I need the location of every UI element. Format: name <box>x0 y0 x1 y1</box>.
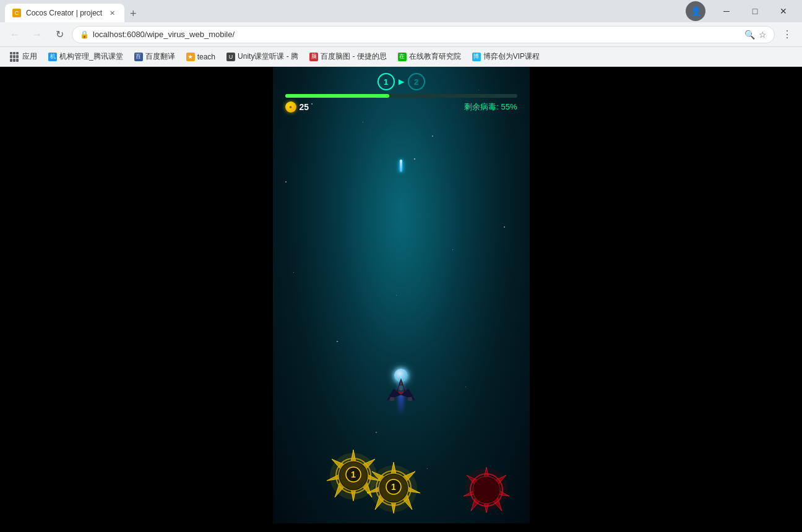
browser-tab[interactable]: C Cocos Creator | project ✕ <box>5 4 124 22</box>
bookmark-unity-label: Unity课堂听课 - 腾 <box>238 51 298 62</box>
bookmark-apps[interactable]: 应用 <box>5 49 42 64</box>
window-controls: ─ □ ✕ <box>713 0 797 22</box>
bookmark-star-icon[interactable]: ☆ <box>759 30 767 40</box>
reload-button[interactable]: ↻ <box>50 25 69 45</box>
search-icon: 🔍 <box>744 30 755 40</box>
profile-button[interactable]: 👤 <box>686 1 705 21</box>
bookmark-edu-label: 在线教育研究院 <box>409 51 461 62</box>
svg-point-6 <box>399 385 403 390</box>
back-button[interactable]: ← <box>5 25 25 45</box>
bookmark-icon-mindmap: 脑 <box>309 53 318 61</box>
bookmark-translate-label: 百度翻译 <box>145 51 175 62</box>
tab-area: C Cocos Creator | project ✕ + <box>5 0 686 22</box>
level-arrow-icon: ▶ <box>399 77 404 86</box>
bookmark-jigou-label: 机构管理_腾讯课堂 <box>59 51 123 62</box>
lock-icon: 🔒 <box>80 30 89 39</box>
level-1-badge: 1 <box>377 73 395 90</box>
chrome-window: C Cocos Creator | project ✕ + 👤 ─ □ ✕ ← … <box>0 0 802 532</box>
title-bar: C Cocos Creator | project ✕ + 👤 ─ □ ✕ <box>0 0 802 22</box>
game-hud: 1 ▶ 2 ● 25 剩余病毒: 55% <box>273 67 530 113</box>
level-2-badge: 2 <box>408 73 425 90</box>
stars-layer <box>273 67 530 523</box>
bookmark-unity[interactable]: U Unity课堂听课 - 腾 <box>222 49 303 64</box>
browser-menu-button[interactable]: ⋮ <box>777 25 797 45</box>
bookmark-baidu-translate[interactable]: 百 百度翻译 <box>129 49 180 64</box>
apps-grid-icon <box>10 52 20 62</box>
coin-icon: ● <box>285 101 296 113</box>
stats-row: ● 25 剩余病毒: 55% <box>285 101 517 113</box>
bookmark-icon-vip: 博 <box>472 53 481 61</box>
bookmark-edu[interactable]: 在 在线教育研究院 <box>393 49 466 64</box>
minimize-button[interactable]: ─ <box>713 0 740 22</box>
coin-count: 25 <box>300 102 309 112</box>
game-container: 1 ▶ 2 ● 25 剩余病毒: 55% <box>0 67 802 532</box>
bookmark-mindmap[interactable]: 脑 百度脑图 - 便捷的思 <box>304 49 392 64</box>
svg-rect-8 <box>408 397 412 401</box>
close-button[interactable]: ✕ <box>770 0 797 22</box>
level-row: 1 ▶ 2 <box>285 73 517 90</box>
bookmark-apps-label: 应用 <box>22 51 37 62</box>
bookmark-vip-label: 博弈创为VIP课程 <box>483 51 540 62</box>
virus-remain-text: 剩余病毒: 55% <box>464 101 517 113</box>
bookmark-icon-translate: 百 <box>134 53 143 61</box>
virus-enemy-3 <box>462 465 511 517</box>
bookmark-mindmap-label: 百度脑图 - 便捷的思 <box>321 51 387 62</box>
bullet-top <box>400 160 402 172</box>
progress-bar <box>285 94 517 98</box>
coin-display: ● 25 <box>285 101 309 113</box>
spaceship <box>384 376 418 408</box>
bookmark-icon-teach: ★ <box>186 53 195 61</box>
bookmark-vip[interactable]: 博 博弈创为VIP课程 <box>467 49 545 64</box>
svg-text:1: 1 <box>391 482 396 492</box>
tab-favicon: C <box>12 9 21 17</box>
new-tab-button[interactable]: + <box>124 5 142 22</box>
bookmark-jigou[interactable]: 机 机构管理_腾讯课堂 <box>43 49 128 64</box>
game-canvas[interactable]: 1 ▶ 2 ● 25 剩余病毒: 55% <box>273 67 530 523</box>
url-text: localhost:6080/wipe_virus_web_mobile/ <box>93 30 741 39</box>
svg-point-48 <box>474 478 499 502</box>
svg-text:1: 1 <box>351 470 356 479</box>
tab-title: Cocos Creator | project <box>26 9 102 17</box>
nav-bar: ← → ↻ 🔒 localhost:6080/wipe_virus_web_mo… <box>0 22 802 47</box>
close-tab-button[interactable]: ✕ <box>107 8 117 18</box>
maximize-button[interactable]: □ <box>741 0 769 22</box>
progress-fill <box>285 94 390 98</box>
svg-rect-7 <box>390 397 394 401</box>
bookmark-teach[interactable]: ★ teach <box>181 50 220 64</box>
bookmark-icon-jigou: 机 <box>48 53 57 61</box>
forward-button[interactable]: → <box>27 25 47 45</box>
bookmark-icon-edu: 在 <box>398 53 407 61</box>
profile-icon: 👤 <box>691 6 701 16</box>
virus-enemy-2: 1 <box>366 459 421 517</box>
bookmark-icon-unity: U <box>226 53 235 61</box>
bookmarks-bar: 应用 机 机构管理_腾讯课堂 百 百度翻译 ★ teach U Unity课堂听… <box>0 47 802 67</box>
address-bar[interactable]: 🔒 localhost:6080/wipe_virus_web_mobile/ … <box>72 26 775 43</box>
bookmark-teach-label: teach <box>197 53 215 61</box>
